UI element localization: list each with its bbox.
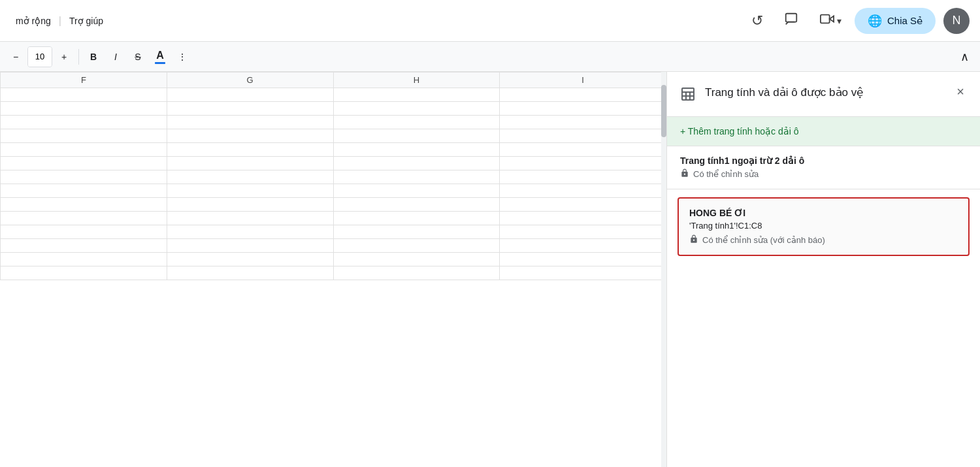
- grid-cell[interactable]: [500, 212, 666, 225]
- svg-rect-0: [786, 13, 797, 22]
- grid-cell[interactable]: [333, 170, 500, 184]
- grid-cell[interactable]: [333, 198, 500, 212]
- grid-cell[interactable]: [333, 157, 500, 170]
- grid-cell[interactable]: [167, 129, 333, 143]
- grid-cell[interactable]: [167, 157, 333, 170]
- share-button[interactable]: 🌐 Chia Sẻ: [855, 8, 936, 34]
- grid-container[interactable]: F G H I: [0, 72, 666, 467]
- grid-cell[interactable]: [167, 266, 333, 280]
- col-header-h[interactable]: H: [333, 72, 500, 88]
- grid-cell[interactable]: [1, 253, 167, 266]
- video-chevron-icon: ▾: [837, 16, 841, 26]
- grid-cell[interactable]: [333, 184, 500, 198]
- plus-font-size-button[interactable]: +: [54, 46, 74, 67]
- item2-lock-icon: [689, 234, 698, 246]
- grid-cell[interactable]: [1, 212, 167, 225]
- history-icon: ↺: [751, 12, 763, 29]
- svg-rect-2: [821, 14, 830, 23]
- grid-cell[interactable]: [1, 170, 167, 184]
- add-range-button[interactable]: + Thêm trang tính hoặc dải ô: [667, 117, 980, 146]
- col-header-i[interactable]: I: [500, 72, 666, 88]
- grid-cell[interactable]: [333, 116, 500, 129]
- grid-cell[interactable]: [167, 88, 333, 102]
- font-size-box: [27, 46, 52, 67]
- grid-cell[interactable]: [500, 102, 666, 116]
- grid-cell[interactable]: [500, 253, 666, 266]
- grid-cell[interactable]: [167, 170, 333, 184]
- grid-cell[interactable]: [1, 143, 167, 157]
- grid-cell[interactable]: [500, 225, 666, 239]
- grid-cell[interactable]: [500, 157, 666, 170]
- grid-cell[interactable]: [500, 239, 666, 253]
- scrollbar-thumb[interactable]: [661, 85, 666, 137]
- underline-icon: A: [155, 50, 165, 64]
- grid-cell[interactable]: [500, 266, 666, 280]
- menu-tro-giup[interactable]: Trợ giúp: [69, 16, 103, 26]
- grid-cell[interactable]: [500, 88, 666, 102]
- item1-lock-icon: [680, 169, 689, 180]
- avatar-button[interactable]: N: [943, 8, 970, 34]
- grid-cell[interactable]: [500, 198, 666, 212]
- grid-cell[interactable]: [1, 157, 167, 170]
- grid-cell[interactable]: [333, 143, 500, 157]
- grid-cell[interactable]: [167, 116, 333, 129]
- protected-item-1[interactable]: Trang tính1 ngoại trừ 2 dải ô Có thể chỉ…: [667, 146, 980, 189]
- video-button[interactable]: ▾: [812, 8, 847, 34]
- grid-cell[interactable]: [167, 184, 333, 198]
- grid-cell[interactable]: [167, 225, 333, 239]
- grid-cell[interactable]: [167, 143, 333, 157]
- minus-font-size-button[interactable]: −: [5, 46, 26, 67]
- grid-cell[interactable]: [1, 225, 167, 239]
- collapse-toolbar-button[interactable]: ∧: [954, 46, 975, 67]
- grid-cell[interactable]: [500, 143, 666, 157]
- grid-cell[interactable]: [167, 239, 333, 253]
- grid-cell[interactable]: [333, 266, 500, 280]
- col-header-f[interactable]: F: [1, 72, 167, 88]
- col-header-g[interactable]: G: [167, 72, 333, 88]
- grid-cell[interactable]: [500, 184, 666, 198]
- grid-cell[interactable]: [1, 102, 167, 116]
- strikethrough-button[interactable]: S: [127, 46, 148, 67]
- grid-cell[interactable]: [333, 129, 500, 143]
- add-range-label: + Thêm trang tính hoặc dải ô: [680, 126, 799, 137]
- bold-button[interactable]: B: [83, 46, 104, 67]
- grid-cell[interactable]: [1, 129, 167, 143]
- more-formats-button[interactable]: ⋮: [172, 46, 193, 67]
- grid-cell[interactable]: [333, 239, 500, 253]
- grid-cell[interactable]: [167, 253, 333, 266]
- grid-cell[interactable]: [1, 266, 167, 280]
- top-toolbar: mở rộng | Trợ giúp ↺ ▾ 🌐 Chia Sẻ N: [0, 0, 980, 42]
- protected-item-2-selected[interactable]: HONG BÉ ƠI 'Trang tính1'!C1:C8 Có thể ch…: [678, 197, 970, 256]
- grid-cell[interactable]: [500, 116, 666, 129]
- item1-title: Trang tính1 ngoại trừ 2 dải ô: [680, 155, 967, 166]
- font-size-input[interactable]: [28, 47, 52, 67]
- grid-cell[interactable]: [333, 253, 500, 266]
- item1-status: Có thể chỉnh sửa: [680, 169, 967, 180]
- grid-table: F G H I: [0, 72, 666, 280]
- grid-cell[interactable]: [1, 184, 167, 198]
- grid-cell[interactable]: [167, 212, 333, 225]
- side-panel: Trang tính và dải ô được bảo vệ × + Thêm…: [666, 72, 980, 467]
- grid-cell[interactable]: [333, 225, 500, 239]
- grid-cell[interactable]: [167, 102, 333, 116]
- grid-cell[interactable]: [1, 198, 167, 212]
- grid-cell[interactable]: [333, 212, 500, 225]
- history-button[interactable]: ↺: [744, 8, 770, 34]
- grid-cell[interactable]: [1, 88, 167, 102]
- grid-cell[interactable]: [1, 116, 167, 129]
- grid-cell[interactable]: [333, 88, 500, 102]
- grid-cell[interactable]: [1, 239, 167, 253]
- grid-cell[interactable]: [500, 129, 666, 143]
- divider-1: [78, 49, 79, 65]
- menu-mo-rong[interactable]: mở rộng: [16, 16, 51, 26]
- italic-button[interactable]: I: [105, 46, 126, 67]
- scrollbar-track: [661, 72, 666, 467]
- comment-button[interactable]: [778, 8, 804, 34]
- main-content: F G H I: [0, 72, 980, 467]
- panel-close-button[interactable]: ×: [954, 85, 967, 98]
- grid-cell[interactable]: [500, 170, 666, 184]
- grid-cell[interactable]: [333, 102, 500, 116]
- item1-status-text: Có thể chỉnh sửa: [693, 169, 759, 179]
- underline-button[interactable]: A: [150, 46, 171, 67]
- grid-cell[interactable]: [167, 198, 333, 212]
